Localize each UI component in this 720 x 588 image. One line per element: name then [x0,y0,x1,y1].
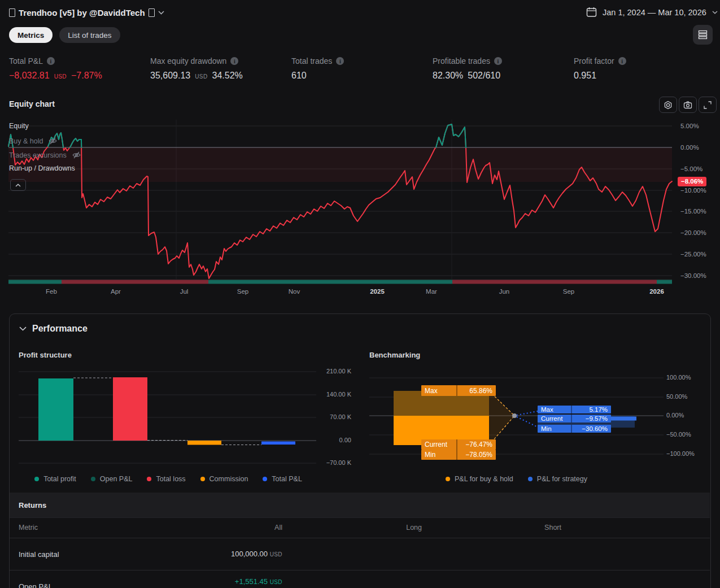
legend-dot [147,477,151,481]
x-axis-label: Sep [563,288,574,295]
legend-buy-and-hold[interactable]: Buy & hold [9,136,58,146]
view-tabs: Metrics List of trades [9,27,120,43]
row-label-open-pnl: Open P&L [19,582,53,588]
divider [10,517,710,518]
legend-trades-excursions[interactable]: Trades excursions [9,150,81,160]
profit-structure-title: Profit structure [19,351,72,359]
row-value-open-pnl: +1,551.45 USD [169,577,282,586]
tab-list-of-trades[interactable]: List of trades [59,27,120,43]
chevron-down-icon [158,11,164,15]
x-axis-label-year: 2025 [370,288,385,295]
performance-title: Performance [32,324,88,334]
stat-label: Profitable trades [433,56,490,66]
stat-label: Total P&L [9,56,43,66]
benchmarking-title: Benchmarking [369,351,420,359]
x-axis-label-year: 2026 [649,288,664,295]
row-value-initial-capital: 100,000.00 USD [169,550,282,558]
returns-section-header[interactable]: Returns [10,493,710,517]
eye-hidden-icon[interactable] [72,150,81,160]
rows-list-icon [698,30,708,40]
y-axis-label: −25.00% [680,250,706,258]
x-axis-label: Jun [499,288,510,295]
chevron-up-icon [15,184,21,187]
current-equity-badge: −8.06% [678,177,706,186]
stat-secondary: 34.52% [212,71,243,81]
currency-suffix: USD [270,579,282,585]
fullscreen-button[interactable] [699,97,717,113]
strategy-max-badge: Max 5.17% [538,406,611,413]
camera-icon [683,101,692,110]
legend-total-loss[interactable]: Total loss [147,475,185,483]
tab-metrics[interactable]: Metrics [9,27,53,43]
stat-profitable-trades: Profitable tradesi 82.30%502/610 [433,56,568,81]
column-header-all: All [169,524,282,532]
legend-dot [446,477,450,481]
legend-open-pnl[interactable]: Open P&L [91,475,133,483]
info-icon[interactable]: i [618,57,626,65]
buyhold-min-badge: Min −78.05% [421,450,496,460]
legend-total-pnl[interactable]: Total P&L [263,475,302,483]
y-axis-label: −10.00% [680,186,706,194]
x-axis-label: Mar [426,288,437,295]
column-header-metric: Metric [19,524,38,532]
report-layout-button[interactable] [693,25,713,45]
info-icon[interactable]: i [47,57,55,65]
y-axis-label: 140.00 K [295,391,351,398]
snapshot-button[interactable] [679,97,697,113]
legend-dot [34,477,39,481]
legend-dot [91,477,95,481]
x-axis-label: Jul [180,288,189,295]
y-axis-label: 0.00 [295,437,351,443]
fullscreen-icon [703,101,712,110]
legend-commission[interactable]: Commission [200,475,248,483]
equity-chart-plot [0,116,720,299]
stat-secondary: 502/610 [468,71,500,81]
profit-structure-legend: Total profit Open P&L Total loss Commiss… [19,475,318,483]
chevron-down-icon [712,11,718,14]
y-axis-label: 100.00% [666,374,691,381]
legend-total-profit[interactable]: Total profit [34,475,76,483]
column-header-long: Long [309,524,422,532]
y-axis-label: 70.00 K [295,413,351,420]
equity-chart-title: Equity chart [9,99,55,108]
strategy-title-row[interactable]: Trendhoo [v5] by @DaviddTech [9,8,164,18]
info-icon[interactable]: i [230,57,238,65]
legend-equity[interactable]: Equity [9,122,29,130]
legend-dot [263,477,267,481]
date-range-label: Jan 1, 2024 — Mar 10, 2026 [603,8,706,17]
legend-pnl-buy-hold[interactable]: P&L for buy & hold [446,475,513,483]
y-axis-label: 50.00% [666,393,687,400]
stat-profit-factor: Profit factori 0.951 [574,56,709,81]
info-icon[interactable]: i [336,57,344,65]
legend-collapse-button[interactable] [10,179,26,191]
benchmarking-legend: P&L for buy & hold P&L for strategy [369,475,664,483]
strategy-min-badge: Min −30.60% [538,425,611,433]
x-axis-label: Apr [111,288,121,295]
performance-header[interactable]: Performance [19,324,88,334]
stat-total-pnl: Total P&Li −8,032.81USD−7.87% [9,56,145,81]
divider [10,538,710,538]
column-header-short: Short [448,524,561,532]
stat-total-trades: Total tradesi 610 [291,56,427,81]
stat-label: Profit factor [574,56,614,66]
runup-drawdown-strip [8,280,672,284]
strategy-current-badge: Current −9.57% [538,415,611,423]
buyhold-max-badge: Max 65.86% [421,385,496,396]
chart-settings-button[interactable] [659,97,677,113]
y-axis-label: −100.00% [666,450,695,457]
legend-pnl-strategy[interactable]: P&L for strategy [528,475,587,483]
x-axis-label: Nov [289,288,300,295]
stat-value: −8,032.81 [9,71,50,81]
equity-chart-toolbar [659,97,717,113]
date-range-picker[interactable]: Jan 1, 2024 — Mar 10, 2026 [586,7,718,18]
legend-runup-drawdowns[interactable]: Run-up / Drawdowns [9,164,75,172]
y-axis-label: −70.00 K [295,459,351,466]
stat-label: Total trades [291,56,332,66]
y-axis-label: −50.00% [666,431,691,438]
info-icon[interactable]: i [494,57,502,65]
y-axis-label: 210.00 K [295,368,351,374]
buyhold-current-badge: Current −76.47% [421,439,496,450]
eye-hidden-icon[interactable] [48,136,58,146]
stat-value: 35,609.13 [150,71,190,81]
y-axis-label: 0.00% [680,143,699,151]
